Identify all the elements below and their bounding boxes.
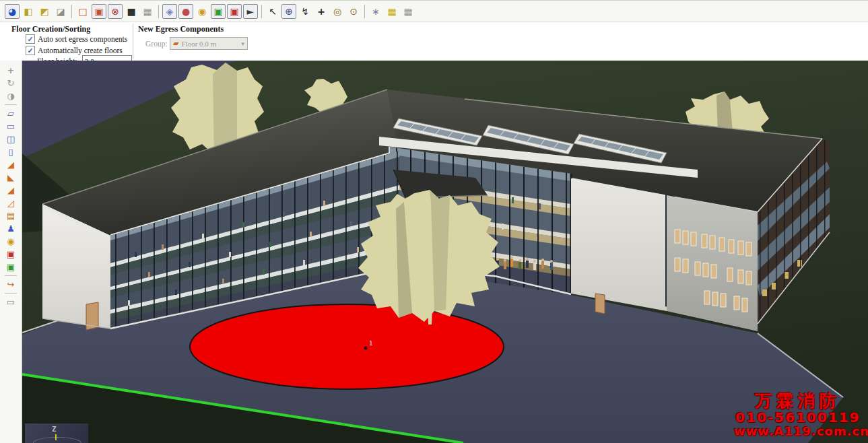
gizmo-z-axis-label: Z [52, 425, 57, 434]
orbit-tool-button[interactable]: ⊕ [281, 4, 296, 19]
show-geometry-icon: ◈ [166, 7, 174, 16]
show-occupant-groups-button[interactable]: ◉ [195, 4, 209, 19]
gizmo-ring [33, 437, 81, 443]
pan-tool-button[interactable]: + [314, 4, 329, 19]
zoom-box-tool-icon: ⊙ [349, 7, 358, 16]
select-tool-icon: ↖ [269, 7, 277, 16]
walk-tool-icon: ↯ [301, 7, 309, 16]
red-zone[interactable]: 1 [190, 304, 504, 389]
outline-mode-button[interactable]: ▣ [92, 4, 106, 19]
solid-dark-button[interactable]: ■ [124, 4, 139, 19]
floor-swatch-icon: ▰ [173, 39, 178, 48]
top-toolbar: ◕ ◧ ◩ ◪ □ ▣ ⊗ ■ ▦ ◈ ● ◉ ▣ ▣ ► ↖ ⊕ ↯ + ◎ … [0, 0, 868, 22]
add-stairs-button[interactable]: ◢ [4, 158, 18, 171]
monitor-red-button[interactable]: ▣ [227, 4, 242, 19]
draw-rectangle-button[interactable]: ▭ [4, 120, 18, 133]
add-ramp-button[interactable]: ◿ [4, 197, 18, 209]
left-toolbar: + ↻ ◑ ▱ ▭ ◫ ▯ ◢ ◣ ◢ ◿ ▤ ♟ ◉ ▣ ▣ ↪ ▭ [0, 61, 22, 443]
draw-polygon-icon: ▱ [7, 109, 14, 118]
monitor-red-icon: ▣ [230, 7, 238, 16]
camera-view-button[interactable]: ► [243, 4, 258, 19]
add-elevator-button[interactable]: ▤ [4, 209, 18, 222]
auto-sort-checkbox[interactable]: ✓ [26, 34, 35, 44]
wireframe-mode-button[interactable]: □ [75, 4, 90, 19]
show-fire-points-button[interactable]: ● [178, 4, 193, 19]
add-elevator-icon: ▤ [7, 211, 15, 220]
add-room-button[interactable]: ▯ [4, 145, 18, 158]
zoom-tool-icon: ◎ [333, 7, 341, 16]
toolbar-separator [5, 293, 17, 294]
draw-polygon-button[interactable]: ▱ [4, 107, 18, 120]
add-escalator-icon: ◢ [7, 186, 14, 195]
group-label: Group: [145, 40, 168, 48]
fit-view-active-icon: ▦ [387, 7, 396, 16]
wireframe-mode-icon: □ [78, 7, 87, 16]
mirror-object-icon: ◑ [7, 92, 14, 100]
view-top-button[interactable]: ◧ [21, 4, 36, 19]
measure-tool-button[interactable]: ▭ [4, 296, 18, 308]
viewport-3d[interactable]: 1 万霖消防 010-56100119 www.A119.com.cn [22, 61, 868, 443]
ribbon: Floor Creation/Sorting ✓ Auto sort egres… [0, 22, 868, 61]
snap-points-icon: ∗ [372, 7, 380, 16]
fit-view-button[interactable]: ▦ [401, 4, 415, 19]
fit-view-icon: ▦ [403, 7, 412, 16]
add-occupant-button[interactable]: ♟ [4, 222, 18, 235]
toolbar-separator [364, 5, 365, 18]
show-geometry-button[interactable]: ◈ [162, 4, 177, 19]
add-monitor-green-button[interactable]: ▣ [4, 261, 18, 273]
auto-create-checkbox[interactable]: ✓ [26, 46, 35, 55]
zoom-tool-button[interactable]: ◎ [330, 4, 345, 19]
zoom-box-tool-button[interactable]: ⊙ [346, 4, 361, 19]
gizmo-axis-tick [55, 434, 57, 440]
add-occupant-group-button[interactable]: ◉ [4, 235, 18, 248]
right-wing-white-wall [571, 178, 667, 311]
select-tool-button[interactable]: ↖ [265, 4, 280, 19]
chevron-down-icon: ▾ [241, 40, 244, 47]
add-floor-button[interactable]: ◫ [4, 133, 18, 145]
solid-light-button[interactable]: ▦ [140, 4, 155, 19]
add-monitor-red-button[interactable]: ▣ [4, 248, 18, 261]
add-exit-button[interactable]: ↪ [4, 278, 18, 291]
add-stairs-down-button[interactable]: ◣ [4, 171, 18, 184]
outline-mode-icon: ▣ [94, 7, 103, 16]
monitor-green-icon: ▣ [213, 7, 222, 16]
orientation-gizmo[interactable]: Z [25, 423, 88, 443]
rotate-object-icon: ↻ [7, 79, 15, 88]
solid-dark-icon: ■ [127, 7, 135, 16]
fit-view-active-button[interactable]: ▦ [385, 4, 399, 19]
application-window: ◕ ◧ ◩ ◪ □ ▣ ⊗ ■ ▦ ◈ ● ◉ ▣ ▣ ► ↖ ⊕ ↯ + ◎ … [0, 0, 868, 443]
snap-points-button[interactable]: ∗ [368, 4, 383, 19]
solid-light-icon: ▦ [143, 7, 152, 16]
poi-marker [364, 347, 368, 350]
reset-view-button[interactable]: ◕ [5, 4, 20, 19]
auto-sort-checkbox-row: ✓ Auto sort egress components [26, 34, 127, 44]
group-dropdown[interactable]: ▰ Floor 0.0 m ▾ [170, 37, 248, 50]
red-zone-ellipse [190, 304, 504, 389]
monitor-green-button[interactable]: ▣ [211, 4, 226, 19]
toolbar-separator [71, 5, 72, 18]
mirror-object-button[interactable]: ◑ [4, 90, 18, 102]
rotate-object-button[interactable]: ↻ [4, 77, 18, 90]
view-front-button[interactable]: ◩ [37, 4, 52, 19]
orbit-tool-icon: ⊕ [285, 7, 293, 16]
reset-view-icon: ◕ [8, 7, 16, 16]
right-wing-door [595, 294, 605, 314]
toolbar-separator [261, 5, 262, 18]
show-occupant-groups-icon: ◉ [198, 7, 206, 16]
view-front-icon: ◩ [40, 7, 48, 16]
add-room-icon: ▯ [8, 147, 13, 156]
view-side-icon: ◪ [56, 7, 65, 16]
add-escalator-button[interactable]: ◢ [4, 184, 18, 197]
add-monitor-red-icon: ▣ [7, 250, 15, 259]
camera-view-icon: ► [247, 7, 255, 16]
auto-create-checkbox-row: ✓ Automatically create floors [26, 46, 123, 55]
add-stairs-down-icon: ◣ [7, 173, 14, 182]
render-off-icon: ⊗ [111, 7, 119, 16]
move-object-button[interactable]: + [4, 64, 18, 77]
render-off-button[interactable]: ⊗ [108, 4, 123, 19]
add-occupant-group-icon: ◉ [7, 237, 14, 246]
egress-panel-title: New Egress Components [138, 24, 224, 34]
add-stairs-icon: ◢ [7, 160, 14, 169]
walk-tool-button[interactable]: ↯ [298, 4, 312, 19]
view-side-button[interactable]: ◪ [53, 4, 68, 19]
